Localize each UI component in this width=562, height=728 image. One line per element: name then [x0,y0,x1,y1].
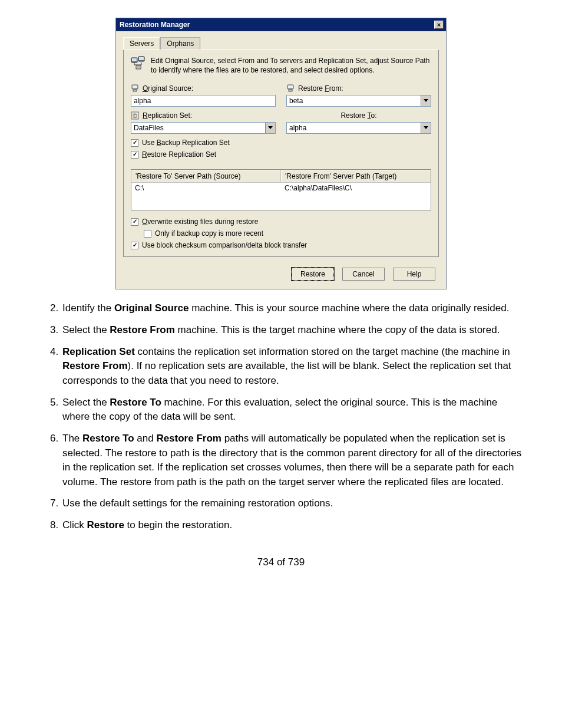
restore-from-combo[interactable]: beta [286,95,431,107]
paths-list[interactable]: 'Restore To' Server Path (Source) 'Resto… [131,169,431,210]
checkbox-checked-icon: ✓ [131,139,138,147]
dialog-button-bar: Restore Cancel Help [116,263,446,289]
restore-button[interactable]: Restore [292,268,334,281]
servers-wizard-icon [131,56,145,70]
tab-orphans[interactable]: Orphans [160,37,200,50]
paths-cell-source: C:\ [131,183,281,193]
restore-from-label: Restore From: [286,84,431,93]
checkbox-checked-icon: ✓ [131,242,138,249]
replication-set-label: Replication Set: [131,111,276,120]
step-4: Replication Set contains the replication… [61,345,527,388]
svg-rect-3 [139,57,144,60]
paths-header-source[interactable]: 'Restore To' Server Path (Source) [131,170,281,182]
server-icon [286,84,295,93]
servers-panel: Edit Original Source, select From and To… [123,50,439,257]
dialog-title: Restoration Manager [120,21,190,29]
svg-rect-7 [133,90,137,91]
checkbox-checked-icon: ✓ [131,218,138,226]
paths-cell-target: C:\alpha\DataFiles\C\ [281,183,431,193]
svg-rect-1 [132,58,137,61]
original-source-label: Original Source: [131,84,276,93]
help-button[interactable]: Help [393,268,435,281]
instruction-list: Identify the Original Source machine. Th… [35,301,527,532]
svg-rect-9 [288,85,293,88]
step-7: Use the default settings for the remaini… [61,496,527,511]
restore-replication-set-checkbox[interactable]: ✓ Restore Replication Set [131,150,431,159]
overwrite-existing-checkbox[interactable]: ✓ Overwrite existing files during restor… [131,218,431,226]
paths-header: 'Restore To' Server Path (Source) 'Resto… [131,170,431,183]
cancel-button[interactable]: Cancel [342,268,385,281]
original-source-input[interactable]: alpha [131,95,276,107]
server-icon [131,84,139,93]
intro-text: Edit Original Source, select From and To… [151,56,431,75]
use-backup-replication-set-checkbox[interactable]: ✓ Use Backup Replication Set [131,139,431,147]
svg-rect-6 [133,85,137,88]
tab-row: ServersOrphans [116,31,446,50]
svg-rect-10 [289,90,292,91]
step-6: The Restore To and Restore From paths wi… [61,431,527,490]
dropdown-arrow-icon[interactable] [421,95,431,106]
use-block-checksum-checkbox[interactable]: ✓ Use block checksum comparison/delta bl… [131,241,431,249]
tab-servers[interactable]: Servers [123,37,160,50]
close-button[interactable]: × [434,21,444,29]
dropdown-arrow-icon[interactable] [265,123,275,133]
restore-to-combo[interactable]: alpha [286,122,431,134]
step-2: Identify the Original Source machine. Th… [61,301,527,316]
page-number: 734 of 739 [35,556,527,568]
step-8: Click Restore to begin the restoration. [61,518,527,533]
svg-rect-4 [136,65,141,69]
dropdown-arrow-icon[interactable] [421,123,431,133]
paths-header-target[interactable]: 'Restore From' Server Path (Target) [281,170,431,182]
replication-set-combo[interactable]: DataFiles [131,122,276,134]
restore-to-label: Restore To: [286,111,431,120]
paths-row[interactable]: C:\ C:\alpha\DataFiles\C\ [131,183,431,193]
step-3: Select the Restore From machine. This is… [61,323,527,338]
checkbox-checked-icon: ✓ [131,151,138,159]
replication-set-icon [131,111,139,120]
checkbox-unchecked-icon [144,230,151,238]
dialog-titlebar: Restoration Manager × [116,18,446,31]
step-5: Select the Restore To machine. For this … [61,396,527,424]
only-if-recent-checkbox[interactable]: Only if backup copy is more recent [144,229,431,238]
restoration-manager-dialog: Restoration Manager × ServersOrphans Edi… [115,18,447,289]
